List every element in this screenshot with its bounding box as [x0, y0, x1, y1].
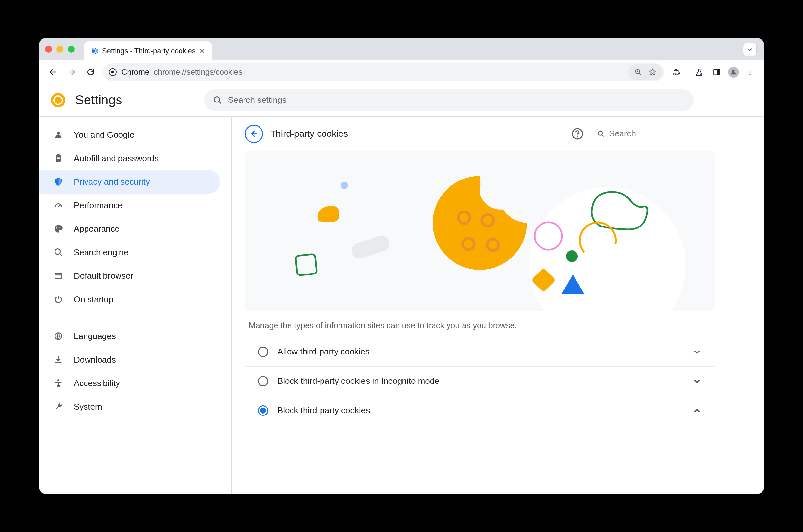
chevron-down-icon[interactable]	[692, 376, 702, 386]
svg-point-7	[732, 70, 734, 72]
close-tab-icon[interactable]	[199, 48, 205, 54]
page-search[interactable]	[597, 127, 715, 140]
svg-point-36	[566, 250, 578, 262]
download-icon	[53, 354, 64, 365]
option-block-third-party[interactable]: Block third-party cookies	[245, 396, 715, 425]
settings-app: Settings Search settings You and Google …	[39, 84, 764, 494]
profile-button[interactable]	[728, 66, 739, 78]
reload-icon	[87, 68, 95, 76]
nav-back-button[interactable]	[46, 65, 59, 79]
option-label: Allow third-party cookies	[278, 347, 683, 357]
sidebar-item-languages[interactable]: Languages	[39, 324, 220, 348]
maximize-window-button[interactable]	[68, 46, 75, 53]
new-tab-button[interactable]	[216, 42, 229, 56]
chrome-canary-icon	[51, 93, 65, 107]
arrow-left-icon	[249, 129, 259, 138]
sidebar-item-label: Appearance	[74, 224, 119, 234]
browser-window: Settings - Third-party cookies Chrome ch…	[39, 38, 764, 494]
chrome-menu-button[interactable]	[744, 65, 757, 79]
svg-point-35	[535, 222, 562, 250]
sidebar-item-label: Accessibility	[74, 378, 120, 388]
sidebar-item-autofill[interactable]: Autofill and passwords	[39, 147, 220, 170]
speedometer-icon	[53, 200, 64, 211]
person-icon	[730, 69, 737, 76]
flask-icon	[695, 68, 704, 76]
radio-icon[interactable]	[258, 347, 268, 357]
svg-rect-34	[295, 254, 317, 276]
chevron-down-icon	[747, 47, 753, 53]
sidebar-item-appearance[interactable]: Appearance	[39, 217, 220, 241]
omnibox-actions	[628, 64, 662, 80]
svg-point-2	[111, 71, 114, 73]
svg-point-11	[214, 97, 219, 102]
svg-point-32	[341, 182, 348, 189]
sidebar-item-privacy[interactable]: Privacy and security	[39, 170, 220, 193]
sidebar-item-label: On startup	[74, 294, 113, 305]
svg-rect-6	[717, 69, 720, 75]
option-allow-third-party[interactable]: Allow third-party cookies	[245, 337, 715, 366]
svg-point-26	[598, 131, 603, 135]
window-controls	[45, 46, 75, 53]
shield-icon	[53, 176, 64, 187]
settings-search-placeholder: Search settings	[228, 95, 287, 105]
wrench-icon	[53, 401, 64, 412]
close-window-button[interactable]	[45, 46, 52, 53]
sidebar-item-accessibility[interactable]: Accessibility	[39, 372, 220, 395]
search-icon	[597, 130, 605, 138]
bookmark-button[interactable]	[646, 65, 659, 79]
sidebar-item-system[interactable]: System	[39, 395, 220, 418]
sidepanel-icon	[712, 68, 721, 76]
svg-rect-21	[55, 273, 62, 279]
sidebar-item-label: Autofill and passwords	[74, 153, 159, 164]
sidebar-item-label: Default browser	[74, 271, 133, 281]
toolbar-actions	[670, 65, 757, 79]
settings-main: Third-party cookies	[232, 116, 764, 494]
zoom-button[interactable]	[632, 65, 645, 79]
puzzle-icon	[672, 68, 681, 76]
chevron-up-icon[interactable]	[692, 406, 702, 416]
sidebar-item-performance[interactable]: Performance	[39, 193, 220, 217]
sidebar-item-default-browser[interactable]: Default browser	[39, 264, 220, 287]
sidebar-divider	[39, 318, 231, 318]
person-icon	[53, 129, 64, 140]
radio-icon[interactable]	[258, 376, 268, 386]
sidepanel-button[interactable]	[710, 65, 723, 79]
arrow-right-icon	[68, 68, 76, 76]
option-label: Block third-party cookies	[278, 405, 683, 416]
nav-forward-button[interactable]	[65, 65, 78, 79]
help-icon[interactable]	[571, 128, 584, 140]
tabs-dropdown-button[interactable]	[743, 43, 757, 56]
radio-icon[interactable]	[258, 405, 268, 416]
settings-favicon-icon	[91, 47, 98, 55]
svg-point-4	[700, 73, 702, 76]
labs-button[interactable]	[693, 65, 706, 79]
chevron-down-icon[interactable]	[692, 347, 702, 357]
address-bar[interactable]: Chrome chrome://settings/cookies	[103, 63, 664, 81]
sidebar-item-you-and-google[interactable]: You and Google	[39, 123, 220, 147]
zoom-icon	[635, 69, 642, 76]
tab-strip: Settings - Third-party cookies	[39, 38, 764, 60]
sidebar-item-label: Languages	[74, 331, 116, 341]
option-label: Block third-party cookies in Incognito m…	[278, 376, 683, 386]
page-back-button[interactable]	[245, 125, 263, 143]
svg-point-25	[577, 136, 578, 137]
option-block-incognito[interactable]: Block third-party cookies in Incognito m…	[245, 366, 715, 396]
extensions-button[interactable]	[670, 65, 683, 79]
sidebar-item-search-engine[interactable]: Search engine	[39, 241, 220, 264]
page-search-input[interactable]	[609, 129, 715, 139]
sidebar-item-label: Performance	[74, 201, 122, 210]
search-icon	[53, 247, 64, 258]
minimize-window-button[interactable]	[56, 46, 63, 53]
reload-button[interactable]	[84, 65, 97, 79]
power-icon	[53, 294, 64, 305]
svg-point-12	[57, 132, 60, 135]
sidebar-item-label: Privacy and security	[74, 177, 150, 187]
sidebar-item-downloads[interactable]: Downloads	[39, 348, 220, 372]
toolbar-separator	[688, 67, 688, 77]
sidebar-item-startup[interactable]: On startup	[39, 287, 220, 311]
plus-icon	[219, 45, 227, 53]
settings-search[interactable]: Search settings	[204, 90, 694, 111]
browser-tab[interactable]: Settings - Third-party cookies	[84, 41, 212, 60]
svg-point-17	[56, 227, 57, 229]
svg-rect-14	[57, 154, 60, 156]
